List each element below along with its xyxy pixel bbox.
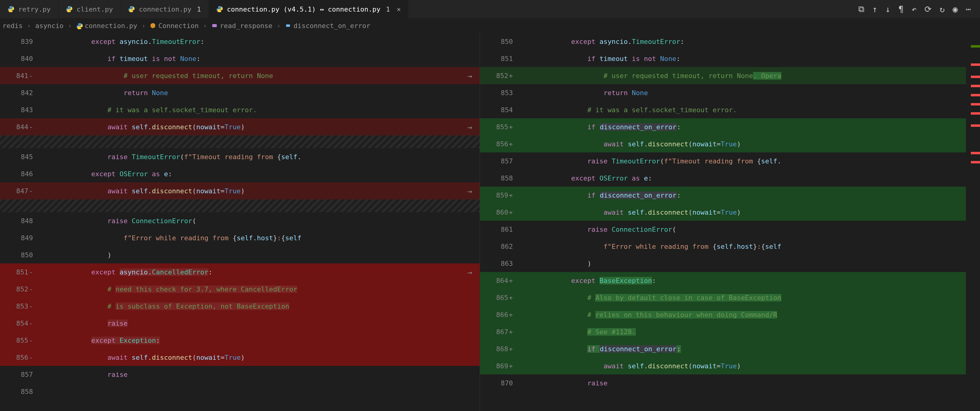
field-icon — [285, 22, 291, 29]
code-content: except OSError as e: — [40, 170, 480, 178]
breadcrumb: redis›asyncio›connection.py›Connection›r… — [0, 18, 980, 33]
code-line[interactable]: 864+ except BaseException: — [480, 272, 980, 289]
editor-tab[interactable]: retry.py — [0, 0, 58, 18]
code-line[interactable]: 861 raise ConnectionError( — [480, 221, 980, 238]
overview-ruler[interactable] — [966, 33, 980, 411]
more-icon[interactable]: ⋯ — [966, 4, 971, 14]
code-line[interactable]: 844- await self.disconnect(nowait=True) — [0, 118, 480, 135]
code-line[interactable]: 851 if timeout is not None: — [480, 50, 980, 67]
overview-mark[interactable] — [971, 45, 980, 48]
code-line[interactable]: 853 return None — [480, 84, 980, 101]
code-line[interactable]: 850 except asyncio.TimeoutError: — [480, 33, 980, 50]
diff-arrow-icon[interactable]: → — [468, 71, 472, 81]
editor-tab[interactable]: connection.py (v4.5.1) ↔ connection.py1✕ — [209, 0, 409, 18]
stop-icon[interactable]: ◉ — [953, 4, 958, 14]
code-line[interactable]: 839 except asyncio.TimeoutError: — [0, 33, 480, 50]
breadcrumb-label: disconnect_on_error — [294, 22, 371, 30]
split-icon[interactable]: ⧉ — [858, 4, 864, 14]
code-line[interactable]: 857 raise TimeoutError(f"Timeout reading… — [480, 152, 980, 170]
code-content: except asyncio.CancelledError: — [40, 268, 480, 276]
code-line[interactable]: 868+ if disconnect_on_error: — [480, 340, 980, 357]
overview-mark[interactable] — [971, 63, 980, 66]
svg-point-7 — [220, 11, 221, 11]
arrow-down-icon[interactable]: ↓ — [885, 4, 891, 14]
breadcrumb-item[interactable]: read_response — [212, 22, 272, 30]
code-line[interactable]: 854- raise — [0, 315, 480, 332]
overview-mark[interactable] — [971, 161, 980, 163]
line-number: 849 — [0, 234, 40, 242]
code-line[interactable] — [0, 135, 480, 148]
code-line[interactable]: 852+ # user requested timeout, return No… — [480, 67, 980, 84]
code-line[interactable]: 870 raise — [480, 375, 980, 392]
code-line[interactable]: 865+ # Also by default close in case of … — [480, 289, 980, 306]
code-line[interactable]: 840 if timeout is not None: — [0, 50, 480, 67]
overview-mark[interactable] — [971, 94, 980, 96]
code-content: except asyncio.TimeoutError: — [520, 38, 980, 45]
code-line[interactable]: 857 raise — [0, 366, 480, 383]
code-content: if disconnect_on_error: — [520, 345, 980, 353]
code-line[interactable]: 856- await self.disconnect(nowait=True) — [0, 349, 480, 366]
code-line[interactable]: 858 — [0, 383, 480, 400]
code-content: # user requested timeout, return None — [40, 72, 480, 79]
pilcrow-icon[interactable]: ¶ — [899, 4, 904, 14]
code-line[interactable]: 855+ if disconnect_on_error: — [480, 118, 980, 135]
overview-mark[interactable] — [971, 112, 980, 115]
code-line[interactable]: 847- await self.disconnect(nowait=True) — [0, 182, 480, 199]
code-line[interactable]: 856+ await self.disconnect(nowait=True) — [480, 135, 980, 152]
code-line[interactable]: 848 raise ConnectionError( — [0, 212, 480, 229]
line-number: 850 — [0, 251, 40, 259]
line-number: 845 — [0, 153, 40, 161]
code-line[interactable]: 866+ # relies on this behaviour when doi… — [480, 306, 980, 323]
code-line[interactable]: 842 return None — [0, 84, 480, 101]
code-line[interactable]: 867+ # See #1128. — [480, 323, 980, 340]
overview-mark[interactable] — [971, 124, 980, 127]
code-line[interactable]: 851- except asyncio.CancelledError: — [0, 263, 480, 281]
refresh-icon[interactable]: ⟳ — [924, 4, 931, 14]
code-line[interactable]: 850 ) — [0, 246, 480, 263]
code-line[interactable]: 854 # it was a self.socket_timeout error… — [480, 101, 980, 118]
breadcrumb-item[interactable]: asyncio — [35, 22, 64, 30]
code-line[interactable] — [0, 199, 480, 212]
code-line[interactable]: 846 except OSError as e: — [0, 165, 480, 182]
breadcrumb-label: read_response — [220, 22, 272, 30]
breadcrumb-item[interactable]: disconnect_on_error — [285, 22, 371, 30]
code-content: f"Error while reading from {self.host}:{… — [40, 234, 480, 242]
code-line[interactable]: 862 f"Error while reading from {self.hos… — [480, 238, 980, 255]
editor-tab[interactable]: connection.py1 — [121, 0, 208, 18]
overview-mark[interactable] — [971, 103, 980, 105]
code-line[interactable]: 852- # need this check for 3.7, where Ca… — [0, 281, 480, 298]
next-icon[interactable]: ↻ — [939, 4, 945, 14]
code-line[interactable]: 863 ) — [480, 255, 980, 272]
code-line[interactable]: 858 except OSError as e: — [480, 170, 980, 187]
line-number: 868+ — [480, 345, 520, 353]
code-line[interactable]: 841- # user requested timeout, return No… — [0, 67, 480, 84]
line-number: 851- — [0, 268, 40, 276]
code-line[interactable]: 853- # is subclass of Exception, not Bas… — [0, 298, 480, 315]
code-line[interactable]: 849 f"Error while reading from {self.hos… — [0, 229, 480, 246]
diff-arrow-icon[interactable]: → — [468, 187, 472, 196]
code-line[interactable]: 859+ if disconnect_on_error: — [480, 187, 980, 204]
code-line[interactable]: 869+ await self.disconnect(nowait=True) — [480, 357, 980, 375]
diff-arrow-icon[interactable]: → — [468, 268, 472, 277]
diff-pane-modified[interactable]: 850 except asyncio.TimeoutError:851 if t… — [480, 33, 980, 411]
editor-tab[interactable]: client.py — [58, 0, 121, 18]
breadcrumb-item[interactable]: Connection — [150, 22, 199, 30]
overview-mark[interactable] — [971, 85, 980, 87]
code-line[interactable] — [480, 392, 980, 409]
overview-mark[interactable] — [971, 152, 980, 154]
overview-mark[interactable] — [971, 76, 980, 78]
breadcrumb-item[interactable]: connection.py — [76, 22, 137, 30]
arrow-up-icon[interactable]: ↑ — [872, 4, 878, 14]
close-icon[interactable]: ✕ — [397, 5, 401, 13]
breadcrumb-item[interactable]: redis — [2, 22, 22, 30]
revert-icon[interactable]: ↶ — [912, 4, 917, 14]
diff-pane-original[interactable]: 839 except asyncio.TimeoutError:840 if t… — [0, 33, 480, 411]
svg-rect-11 — [286, 24, 290, 27]
code-line[interactable]: 855- except Exception: — [0, 332, 480, 349]
code-line[interactable]: 843 # it was a self.socket_timeout error… — [0, 101, 480, 118]
diff-arrow-icon[interactable]: → — [468, 122, 472, 132]
line-number: 855- — [0, 336, 40, 344]
code-line[interactable]: 860+ await self.disconnect(nowait=True) — [480, 204, 980, 221]
code-content: if timeout is not None: — [40, 55, 480, 62]
code-line[interactable]: 845 raise TimeoutError(f"Timeout reading… — [0, 148, 480, 165]
